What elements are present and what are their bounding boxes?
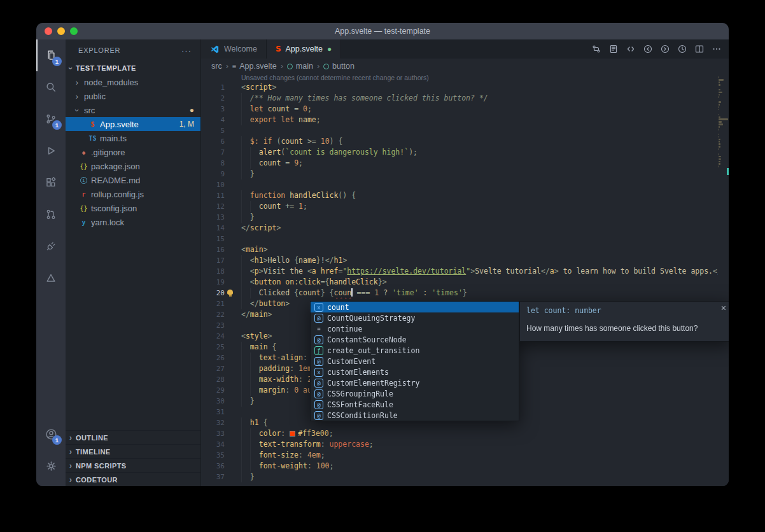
remote-plug-icon[interactable]	[36, 230, 66, 262]
code-line-18[interactable]: 18<p>Visit the <a href="https://svelte.d…	[201, 266, 729, 277]
suggest-item-continue[interactable]: ≡continue	[311, 323, 519, 334]
lightbulb-icon[interactable]	[227, 290, 233, 295]
codelens-unsaved-changes[interactable]: Unsaved changes (cannot determine recent…	[241, 74, 729, 82]
code-line-9[interactable]: 9}	[201, 169, 729, 179]
gitlens-compare-icon[interactable]	[587, 39, 605, 59]
code-line-7[interactable]: 7alert(`count is dangerously high!`);	[201, 147, 729, 158]
code-line-17[interactable]: 17<h1>Hello {name}!</h1>	[201, 255, 729, 266]
section-outline[interactable]: ›OUTLINE	[66, 430, 200, 444]
code-line-11[interactable]: 11function handleClick() {	[201, 190, 729, 201]
code-line-8[interactable]: 8count = 9;	[201, 158, 729, 169]
line-content[interactable]: <p>Visit the <a href="https://svelte.dev…	[225, 266, 729, 277]
more-actions-icon[interactable]	[708, 39, 725, 59]
suggest-item-cssgroupingrule[interactable]: @CSSGroupingRule	[311, 388, 519, 399]
code-line-13[interactable]: 13}	[201, 212, 729, 223]
line-content[interactable]: let count = 0;	[225, 104, 729, 115]
sidebar-more-actions-icon[interactable]: ···	[181, 46, 192, 55]
code-line-16[interactable]: 16<main>	[201, 244, 729, 255]
suggest-item-count[interactable]: xcount	[311, 302, 519, 312]
code-line-3[interactable]: 3let count = 0;	[201, 104, 729, 115]
codetour-icon[interactable]	[36, 262, 66, 294]
suggest-item-constantsourcenode[interactable]: @ConstantSourceNode	[311, 334, 519, 345]
code-line-15[interactable]: 15	[201, 234, 729, 244]
line-content[interactable]: <button on:click={handleClick}>	[225, 277, 729, 288]
section-codetour[interactable]: ›CODETOUR	[66, 472, 200, 486]
suggest-item-cssconditionrule[interactable]: @CSSConditionRule	[311, 410, 519, 421]
explorer-item-tsconfig-json[interactable]: {}tsconfig.json	[66, 201, 200, 215]
explorer-item-yarn-lock[interactable]: yyarn.lock	[66, 215, 200, 229]
explorer-item-main-ts[interactable]: TSmain.ts	[66, 131, 200, 145]
line-content[interactable]	[225, 125, 729, 136]
explorer-item-rollup-config-js[interactable]: rrollup.config.js	[66, 187, 200, 201]
breadcrumb-app-svelte[interactable]: ≡App.svelte	[232, 62, 277, 71]
explorer-item--gitignore[interactable]: ◆.gitignore	[66, 145, 200, 159]
compare-changes-icon[interactable]	[622, 39, 639, 59]
explorer-item-package-json[interactable]: {}package.json	[66, 159, 200, 173]
minimize-window-button[interactable]	[57, 27, 65, 35]
explorer-item-readme-md[interactable]: iREADME.md	[66, 173, 200, 187]
explorer-item-app-svelte[interactable]: SApp.svelte1, M	[66, 117, 200, 131]
code-line-37[interactable]: 37}	[201, 472, 729, 482]
github-pull-requests-icon[interactable]	[36, 199, 66, 230]
code-line-14[interactable]: 14</script>	[201, 223, 729, 234]
code-line-6[interactable]: 6$: if (count >= 10) {	[201, 136, 729, 147]
line-content[interactable]: $: if (count >= 10) {	[225, 136, 729, 147]
settings-gear-icon[interactable]	[36, 450, 66, 482]
suggest-item-create-out-transition[interactable]: ƒcreate_out_transition	[311, 345, 519, 356]
timeline-icon[interactable]	[673, 39, 691, 59]
code-line-12[interactable]: 12count += 1;	[201, 201, 729, 212]
line-content[interactable]: Clicked {count} {coun === 1 ? 'time' : '…	[225, 288, 729, 298]
code-line-1[interactable]: 1<script>	[201, 82, 729, 93]
close-window-button[interactable]	[45, 27, 52, 35]
code-line-5[interactable]: 5	[201, 125, 729, 136]
line-content[interactable]: color: #ff3e00;	[225, 428, 729, 439]
code-line-33[interactable]: 33color: #ff3e00;	[201, 428, 729, 439]
breadcrumb-main[interactable]: main	[287, 62, 313, 71]
workspace-root-header[interactable]: › TEST-TEMPLATE	[66, 61, 200, 75]
line-content[interactable]: /** How many times has someone clicked t…	[225, 93, 729, 104]
maximize-window-button[interactable]	[70, 27, 78, 35]
search-icon[interactable]	[36, 71, 66, 103]
close-icon[interactable]: ×	[721, 303, 726, 313]
line-content[interactable]: font-size: 4em;	[225, 450, 729, 461]
explorer-item-src[interactable]: ›src●	[66, 103, 200, 117]
code-line-19[interactable]: 19<button on:click={handleClick}>	[201, 277, 729, 288]
line-content[interactable]: font-weight: 100;	[225, 461, 729, 472]
line-content[interactable]: function handleClick() {	[225, 190, 729, 201]
line-content[interactable]: </script>	[225, 223, 729, 234]
run-and-debug-icon[interactable]	[36, 135, 66, 167]
line-content[interactable]: count = 9;	[225, 158, 729, 169]
code-line-36[interactable]: 36font-weight: 100;	[201, 461, 729, 472]
section-timeline[interactable]: ›TIMELINE	[66, 444, 200, 458]
code-line-2[interactable]: 2/** How many times has someone clicked …	[201, 93, 729, 104]
line-content[interactable]	[225, 179, 729, 190]
split-editor-icon[interactable]	[691, 39, 708, 59]
line-content[interactable]: }	[225, 212, 729, 223]
suggest-item-customelements[interactable]: xcustomElements	[311, 367, 519, 377]
line-content[interactable]: <script>	[225, 82, 729, 93]
tab-welcome[interactable]: Welcome	[201, 39, 267, 59]
code-line-4[interactable]: 4export let name;	[201, 115, 729, 125]
line-content[interactable]: }	[225, 472, 729, 482]
extensions-icon[interactable]	[36, 167, 66, 199]
line-content[interactable]: }	[225, 169, 729, 179]
source-control-icon[interactable]: 1	[36, 103, 66, 135]
code-line-10[interactable]: 10	[201, 179, 729, 190]
breadcrumb-button[interactable]: button	[323, 62, 354, 71]
section-npm-scripts[interactable]: ›NPM SCRIPTS	[66, 458, 200, 472]
breadcrumb-src[interactable]: src	[211, 62, 222, 71]
suggest-item-countqueuingstrategy[interactable]: @CountQueuingStrategy	[311, 312, 519, 323]
next-change-icon[interactable]	[656, 39, 673, 59]
accounts-icon[interactable]: 1	[36, 418, 66, 450]
color-swatch[interactable]	[290, 431, 295, 437]
line-content[interactable]: count += 1;	[225, 201, 729, 212]
suggest-item-customelementregistry[interactable]: @CustomElementRegistry	[311, 377, 519, 388]
line-content[interactable]	[225, 234, 729, 244]
suggest-item-customevent[interactable]: @CustomEvent	[311, 356, 519, 367]
code-editor[interactable]: Unsaved changes (cannot determine recent…	[201, 74, 729, 486]
line-content[interactable]: <main>	[225, 244, 729, 255]
line-content[interactable]: export let name;	[225, 115, 729, 125]
line-content[interactable]: text-transform: uppercase;	[225, 439, 729, 450]
explorer-icon[interactable]: 1	[36, 39, 66, 71]
line-content[interactable]: alert(`count is dangerously high!`);	[225, 147, 729, 158]
